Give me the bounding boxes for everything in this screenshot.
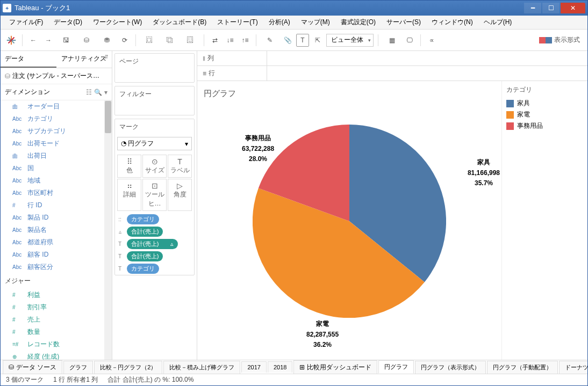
show-me-button[interactable]: 表示形式 — [536, 34, 583, 46]
menu-server[interactable]: サーバー(S) — [382, 17, 425, 28]
maximize-button[interactable]: ☐ — [542, 3, 560, 13]
tableau-logo-icon: ✦ — [3, 4, 11, 12]
back-button[interactable]: ← — [27, 34, 40, 47]
field-measure[interactable]: =#レコード数 — [1, 338, 112, 351]
label-button[interactable]: T — [296, 34, 309, 47]
sheet-tab[interactable]: 円グラフ（表示形式） — [415, 361, 486, 374]
menu-window[interactable]: ウィンドウ(N) — [427, 17, 477, 28]
view-fit-select[interactable]: ビュー全体 — [326, 34, 374, 47]
highlight-button[interactable]: ✎ — [261, 34, 279, 47]
pill[interactable]: 合計(売上) ▵ — [127, 239, 178, 249]
field-dimension[interactable]: Abc顧客区分 — [1, 261, 112, 273]
sheet-tab[interactable]: グラフ — [63, 361, 93, 374]
sheet-tab[interactable]: 円グラフ（手動配置） — [487, 361, 558, 374]
marks-size[interactable]: ⊙サイズ — [142, 155, 167, 178]
sheet-tab[interactable]: 2018 — [268, 361, 292, 373]
pill[interactable]: カテゴリ — [127, 264, 159, 274]
menu-analysis[interactable]: 分析(A) — [264, 17, 295, 28]
field-measure[interactable]: ⊕経度 (生成) — [1, 351, 112, 360]
rows-shelf[interactable]: ≡行 — [197, 66, 587, 81]
field-measure[interactable]: #売上 — [1, 314, 112, 326]
view-icon[interactable]: ☷ — [86, 89, 92, 96]
marks-detail[interactable]: ⠶詳細 — [117, 179, 141, 211]
field-dimension[interactable]: Abcサブカテゴリ — [1, 125, 112, 137]
close-button[interactable]: ✕ — [561, 3, 585, 13]
marks-type-select[interactable]: ◔ 円グラフ▾ — [117, 137, 192, 150]
attach-button[interactable]: 📎 — [281, 34, 294, 47]
menu-format[interactable]: 書式設定(O) — [336, 17, 380, 28]
menu-icon[interactable]: ▾ — [104, 89, 107, 96]
field-dimension[interactable]: 曲オーダー日 — [1, 100, 112, 113]
menu-map[interactable]: マップ(M) — [297, 17, 334, 28]
datasource-item[interactable]: ⛁注文 (サンプル - スーパース… — [1, 68, 112, 84]
presentation-button[interactable]: 🖵 — [403, 34, 416, 47]
search-icon[interactable]: 🔍 — [94, 89, 102, 96]
tab-data[interactable]: データ — [1, 51, 56, 68]
status-bar: 3 個のマーク 1 行 所有者1 列 合計 合計(売上) の %: 100.0% — [1, 374, 587, 385]
marks-angle[interactable]: ▷角度 — [168, 179, 192, 211]
dashboard-button[interactable]: ▦ — [383, 34, 401, 47]
menu-worksheet[interactable]: ワークシート(W) — [89, 17, 146, 28]
menu-data[interactable]: データ(D) — [49, 17, 87, 28]
field-dimension[interactable]: #行 ID — [1, 199, 112, 212]
tab-analytics[interactable]: アナリティクス — [56, 51, 112, 68]
columns-shelf[interactable]: ⦀列 — [197, 51, 587, 66]
fix-axis-button[interactable]: ⇱ — [311, 34, 324, 47]
field-dimension[interactable]: Abc製品名 — [1, 224, 112, 236]
menu-story[interactable]: ストーリー(T) — [213, 17, 262, 28]
legend-item[interactable]: 家電 — [506, 109, 583, 120]
scrollbar[interactable] — [104, 100, 112, 360]
legend-item[interactable]: 家具 — [506, 98, 583, 109]
sheet-tab[interactable]: 比較－積み上げ棒グラフ — [163, 361, 240, 374]
field-dimension[interactable]: Abc製品 ID — [1, 212, 112, 224]
field-dimension[interactable]: Abc顧客 ID — [1, 249, 112, 261]
marks-color[interactable]: ⠿色 — [117, 155, 141, 178]
pages-shelf[interactable]: ページ — [114, 53, 195, 83]
field-dimension[interactable]: Abc地域 — [1, 174, 112, 187]
pill[interactable]: カテゴリ — [127, 214, 159, 224]
worksheet-pane: ⦀列 ≡行 円グラフ 家具81,166,99835.7% 家電82,287,55… — [197, 51, 587, 360]
field-measure[interactable]: #利益 — [1, 289, 112, 301]
pill[interactable]: 合計(売上) — [127, 251, 163, 261]
field-dimension[interactable]: Abc出荷モード — [1, 137, 112, 150]
sheet-tab-active[interactable]: 円グラフ — [378, 360, 414, 374]
sort-desc-button[interactable]: ↑≡ — [239, 34, 252, 47]
new-datasource-button[interactable]: ⛁ — [77, 34, 96, 47]
save-button[interactable]: 🖫 — [57, 34, 75, 47]
new-sheet-button[interactable]: ⿴ — [140, 34, 159, 47]
autoupdate-button[interactable]: ⟳ — [118, 34, 131, 47]
field-dimension[interactable]: 曲出荷日 — [1, 150, 112, 162]
pie-chart[interactable] — [253, 125, 446, 318]
filters-shelf[interactable]: フィルター — [114, 86, 195, 115]
sort-asc-button[interactable]: ↓≡ — [224, 34, 236, 47]
sheet-tab[interactable]: 2017 — [241, 361, 266, 373]
duplicate-button[interactable]: ⿻ — [161, 34, 179, 47]
share-button[interactable]: ∝ — [425, 34, 438, 47]
menu-file[interactable]: ファイル(F) — [5, 17, 47, 28]
menu-dashboard[interactable]: ダッシュボード(B) — [148, 17, 211, 28]
clear-button[interactable]: ⿶ — [181, 34, 199, 47]
field-measure[interactable]: #割引率 — [1, 301, 112, 314]
sheet-tab[interactable]: ドーナツ — [559, 361, 587, 374]
window-title: Tableau - ブック1 — [15, 3, 524, 13]
marks-tooltip[interactable]: ⊡ツールヒ… — [142, 179, 167, 211]
tab-datasource[interactable]: ⛁データ ソース — [3, 360, 62, 374]
legend-item[interactable]: 事務用品 — [506, 120, 583, 132]
tableau-icon[interactable] — [5, 34, 18, 47]
field-dimension[interactable]: Abc都道府県 — [1, 236, 112, 249]
sheet-tab[interactable]: 比較－円グラフ（2） — [94, 361, 162, 374]
field-dimension[interactable]: Abcカテゴリ — [1, 113, 112, 125]
refresh-button[interactable]: ⛃ — [98, 34, 116, 47]
forward-button[interactable]: → — [42, 34, 55, 47]
field-dimension[interactable]: Abc国 — [1, 162, 112, 174]
field-dimension[interactable]: Abc市区町村 — [1, 187, 112, 199]
chart-title: 円グラフ — [203, 86, 496, 103]
field-measure[interactable]: #数量 — [1, 326, 112, 338]
pill[interactable]: 合計(売上) — [127, 227, 163, 237]
marks-label[interactable]: Tラベル — [168, 155, 192, 178]
sheet-tab[interactable]: ⊞ 比較用ダッシュボード — [293, 360, 377, 374]
menu-help[interactable]: ヘルプ(H) — [479, 17, 517, 28]
datasource-icon: ⛁ — [5, 72, 10, 80]
swap-button[interactable]: ⇄ — [209, 34, 221, 47]
minimize-button[interactable]: ━ — [524, 3, 541, 13]
